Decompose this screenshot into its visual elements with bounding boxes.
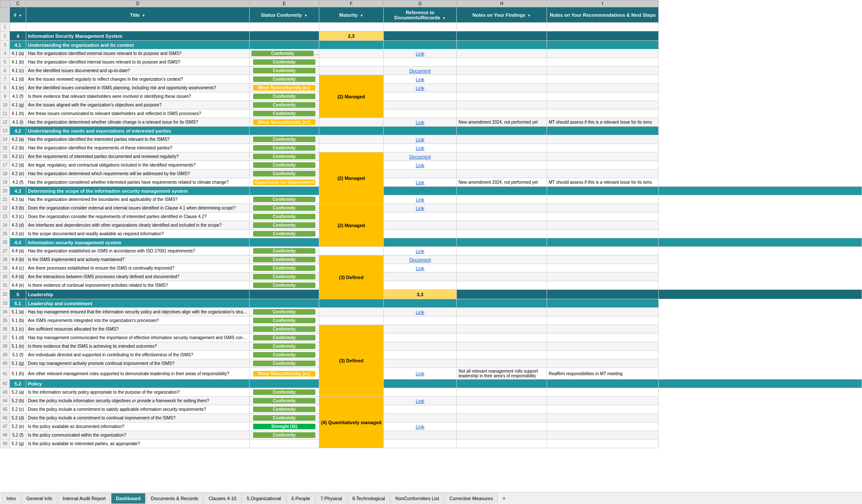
status-cell[interactable]: Conformity [250,388,319,397]
reference-cell[interactable]: Link [384,397,457,405]
tab-intro[interactable]: Intro [2,493,21,504]
reference-cell[interactable]: Link [384,308,457,316]
reference-cell[interactable]: Document [384,255,457,264]
tab-general-info[interactable]: General Info [21,493,57,504]
recommendations-cell [547,170,659,178]
header-notes[interactable]: Notes on Your Findings ▼ [457,7,547,23]
tab-8-technological[interactable]: 8.Technological [348,493,390,504]
status-badge: Conformity [253,282,315,288]
reference-cell[interactable]: Document [384,67,457,75]
status-cell[interactable]: Conformity [250,334,319,342]
status-cell[interactable] [250,440,319,448]
status-cell[interactable]: Conformity [250,101,319,109]
status-cell[interactable]: Conformity▼ [250,49,319,58]
header-ref[interactable]: Reference to Documents/Records ▼ [384,7,457,23]
status-cell[interactable]: Conformity [250,75,319,84]
status-cell[interactable]: Conformity [250,135,319,144]
reference-cell[interactable]: Link [384,368,457,380]
status-cell[interactable]: Strenght (St) [250,422,319,431]
status-cell[interactable]: Conformity [250,431,319,440]
reference-cell[interactable]: Link [384,178,457,187]
status-cell[interactable]: Conformity [250,213,319,221]
status-cell[interactable]: Conformity [250,397,319,405]
header-maturity[interactable]: Maturity ▼ [319,7,384,23]
status-cell[interactable]: Conformity [250,152,319,161]
status-cell[interactable]: Conformity [250,255,319,264]
status-cell[interactable]: Conformity [250,161,319,170]
filter-icon-notes[interactable]: ▼ [528,14,531,18]
reference-cell[interactable]: Link [384,84,457,92]
reference-cell[interactable]: Link [384,247,457,255]
reference-cell[interactable]: Link [384,144,457,152]
reference-cell[interactable]: Link [384,422,457,431]
status-cell[interactable]: Conformity [250,273,319,281]
item-number: 4.1 (g) [10,101,26,109]
tab-+[interactable]: + [498,493,509,504]
reference-cell[interactable]: Link [384,75,457,84]
status-cell[interactable]: Conformity [250,359,319,368]
reference-cell[interactable]: Link [384,264,457,273]
reference-cell[interactable]: Link [384,135,457,144]
status-badge: Minor Nonconformity (nc) [253,119,315,125]
status-cell[interactable]: Minor Nonconformity (nc) [250,84,319,92]
filter-icon-title[interactable]: ▼ [142,14,145,18]
filter-icon-num[interactable]: ▼ [18,14,22,18]
reference-cell[interactable]: Document [384,152,457,161]
tab-clauses-4-10[interactable]: Clauses 4-10 [204,493,241,504]
table-row: 445.2 (b)Does the policy include informa… [0,397,862,405]
status-cell[interactable]: Conformity [250,170,319,178]
status-cell[interactable]: Conformity [250,221,319,230]
filter-icon-maturity[interactable]: ▼ [360,14,363,18]
reference-cell[interactable]: Link [384,49,457,58]
status-cell[interactable]: Conformity [250,342,319,351]
tab-5-organizational[interactable]: 5.Organizational [242,493,286,504]
status-cell[interactable]: Conformity [250,92,319,101]
reference-cell[interactable]: Link [384,195,457,204]
table-row: 385.1 (e)Is there evidence that the ISMS… [0,342,862,351]
status-cell[interactable]: Conformity [250,264,319,273]
maturity-cell [319,49,384,58]
header-num[interactable]: # ▼ [10,7,26,23]
status-cell[interactable]: Conformity [250,195,319,204]
header-title[interactable]: Title ▼ [26,7,250,23]
status-cell[interactable]: Conformity [250,405,319,414]
header-status[interactable]: Status Conformity ▼ [250,7,319,23]
status-cell[interactable]: Conformity [250,144,319,152]
tab-6-people[interactable]: 6.People [287,493,315,504]
status-cell[interactable]: Conformity [250,230,319,238]
status-cell[interactable]: Conformity [250,247,319,255]
item-number: 4.1 (d) [10,75,26,84]
status-cell[interactable]: Conformity [250,58,319,67]
row-number: 17 [0,161,10,170]
status-cell[interactable]: Minor Nonconformity (nc) [250,368,319,380]
status-cell[interactable]: Conformity [250,67,319,75]
status-cell[interactable]: Conformity [250,414,319,422]
notes-cell [457,334,547,342]
status-cell[interactable]: Minor Nonconformity (nc) [250,118,319,127]
item-title: Is there evidence that the ISMS is achie… [26,342,250,351]
status-cell[interactable]: Conformity [250,325,319,334]
tab-internal-audit-report[interactable]: Internal Audit Report [58,493,110,504]
tab-documents-&-records[interactable]: Documents & Records [146,493,203,504]
status-badge: Conformity [253,102,315,108]
status-cell[interactable]: Conformity [250,316,319,325]
status-cell[interactable]: Opportunity for Improvement (OFI) [250,178,319,187]
table-row: 355.1 (b)Are ISMS requirements integrate… [0,316,862,325]
filter-icon-ref[interactable]: ▼ [443,16,446,20]
tab-nonconformities-list[interactable]: NonConformities List [391,493,444,504]
status-cell[interactable]: Conformity [250,204,319,213]
reference-cell[interactable]: Link [384,118,457,127]
status-cell[interactable]: Conformity [250,281,319,290]
table-row: 475.2 (e)Is the policy available as docu… [0,422,862,431]
tab-corrective-measures[interactable]: Corrective Measures [445,493,498,504]
tab-dashboard[interactable]: Dashboard [111,493,145,504]
status-cell[interactable]: Conformity [250,351,319,359]
status-cell[interactable] [250,23,319,31]
filter-icon-status[interactable]: ▼ [304,14,308,18]
header-recommendations[interactable]: Notes on Your Recommendations & Next Ste… [547,7,659,23]
reference-cell[interactable]: Link [384,204,457,213]
reference-cell[interactable]: Link [384,161,457,170]
status-cell[interactable]: Conformity [250,308,319,316]
tab-7-physical[interactable]: 7.Physical [316,493,347,504]
status-cell[interactable]: Conformity [250,109,319,118]
